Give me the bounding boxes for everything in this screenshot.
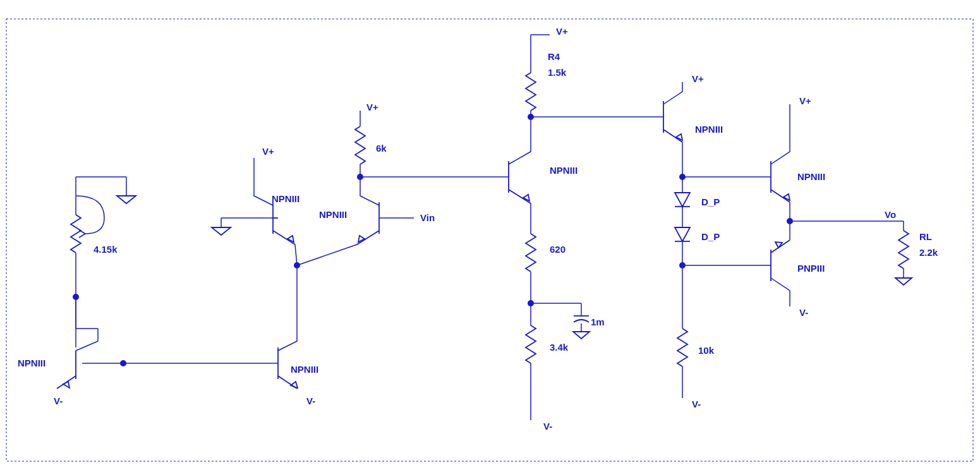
d2-label: D_P (701, 231, 720, 242)
cap-c1 (531, 303, 590, 339)
transistor-q3 (254, 158, 297, 265)
vm4-label: V- (692, 399, 701, 409)
transistor-q6 (657, 82, 682, 177)
vp3-label: V+ (556, 26, 568, 37)
gnd-left (76, 177, 136, 203)
vp1-label: V+ (262, 146, 274, 157)
q4-label: NPNIII (319, 209, 347, 220)
r5-label: 620 (550, 244, 566, 255)
diode-d2 (675, 227, 690, 265)
r4-label: 1.5k (548, 67, 567, 78)
vm5-label: V- (799, 307, 808, 318)
transistor-q8 (765, 221, 790, 306)
r2-label: 6k (376, 143, 387, 154)
rl-label: 2.2k (919, 247, 938, 258)
r7-label: 10k (698, 345, 715, 356)
vm1-label: V- (54, 396, 63, 406)
resistor-r6 (526, 303, 536, 420)
r4name-label: R4 (548, 51, 560, 62)
d1-label: D_P (701, 196, 720, 207)
q5-label: NPNIII (550, 165, 578, 176)
cap-label: 1m (591, 317, 605, 327)
selection-box (6, 19, 973, 461)
vp5-label: V+ (799, 95, 811, 106)
vp4-label: V+ (692, 73, 704, 84)
q6-label: NPNIII (695, 124, 723, 135)
resistor-r4 (526, 35, 536, 111)
svg-line-13 (295, 245, 297, 265)
vin-label: Vin (420, 212, 435, 223)
vm3-label: V- (543, 421, 552, 432)
svg-line-22 (297, 245, 357, 265)
vm2-label: V- (306, 396, 315, 406)
transistor-q1 (57, 297, 123, 389)
q8-label: PNPIII (797, 263, 825, 274)
gnd-q3base (212, 218, 278, 235)
vo-label: Vo (885, 209, 896, 220)
q3-label: NPNIII (272, 193, 299, 204)
r1-label: 4.15k (94, 244, 118, 255)
resistor-rl (895, 221, 912, 285)
vp2-label: V+ (366, 102, 378, 112)
transistor-q7 (765, 104, 790, 221)
q7-label: NPNIII (797, 171, 825, 182)
rlname-label: RL (919, 231, 932, 242)
resistor-r2 (355, 111, 365, 177)
r6-label: 3.4k (550, 342, 569, 353)
transistor-q4 (297, 177, 414, 265)
svg-line-2 (76, 341, 98, 351)
transistor-q5 (502, 111, 531, 224)
diode-d1 (675, 177, 690, 227)
resistor-r5 (526, 224, 536, 303)
q1-label: NPNIII (18, 358, 45, 368)
resistor-r7 (677, 265, 687, 398)
q2-label: NPNIII (291, 364, 318, 375)
